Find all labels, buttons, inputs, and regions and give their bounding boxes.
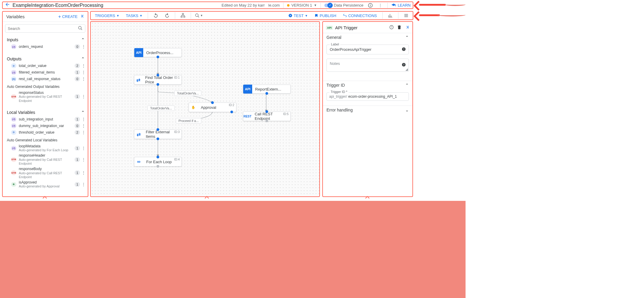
- overflow-menu-icon[interactable]: ⋮: [377, 2, 384, 9]
- analytics-icon[interactable]: [386, 13, 395, 18]
- redo-icon[interactable]: [163, 13, 171, 18]
- annotation-scribble: [437, 13, 466, 16]
- variable-row[interactable]: BisApprovedAuto-generated by Approval1⋮: [3, 180, 88, 189]
- svg-rect-4: [181, 16, 183, 17]
- svg-rect-1: [370, 5, 371, 6]
- variables-panel: Variables +CREATE Inputs⌃ {J}orders_requ…: [2, 11, 88, 197]
- api-chip-icon: API: [326, 26, 333, 30]
- chevron-up-icon: ⌃: [81, 56, 85, 61]
- variable-row[interactable]: {J}sub_integration_input1⋮: [3, 116, 88, 123]
- svg-rect-2: [370, 4, 371, 4]
- delete-icon[interactable]: [397, 25, 402, 30]
- edited-info: Edited on May 22 by karr: [222, 3, 265, 7]
- edge-label[interactable]: TotalOrderVa...: [174, 91, 201, 96]
- outputs-section-header[interactable]: Outputs⌃: [3, 54, 88, 62]
- field-help-icon[interactable]: ?: [401, 47, 406, 52]
- layout-icon[interactable]: [179, 13, 187, 18]
- collapse-panel-icon[interactable]: [81, 14, 85, 20]
- node-foreach[interactable]: ∞ For Each Loop ID:4: [134, 157, 182, 166]
- api-icon: API: [243, 85, 252, 94]
- row-overflow-icon[interactable]: ⋮: [81, 44, 86, 49]
- publish-button[interactable]: PUBLISH: [312, 13, 338, 19]
- svg-text:?: ?: [403, 48, 405, 51]
- panel-title: API Trigger: [335, 25, 387, 30]
- canvas[interactable]: API OrderProcess... ⇄ Find Total Order P…: [90, 21, 320, 197]
- auto-output-subheader: Auto Generated Output Variables: [3, 82, 88, 90]
- svg-rect-5: [184, 16, 185, 17]
- tasks-menu[interactable]: TASKS▼: [124, 13, 144, 19]
- data-persistence-toggle[interactable]: ✓ Data Persistence: [324, 3, 363, 7]
- variable-row[interactable]: Dthreshold_order_value2⋮: [3, 129, 88, 136]
- variable-row[interactable]: {J}orders_request0⋮: [3, 43, 88, 50]
- rest-icon: REST: [243, 112, 252, 121]
- variable-row[interactable]: Dtotal_order_value2⋮: [3, 62, 88, 69]
- general-section-header[interactable]: General⌃: [323, 33, 412, 42]
- datamap-icon: ⇄: [134, 130, 143, 139]
- chevron-down-icon: ⌄: [405, 108, 409, 112]
- svg-text:?: ?: [403, 63, 405, 66]
- node-filter-external[interactable]: ⇄ Filter External Items ID:3: [134, 129, 182, 139]
- node-find-total[interactable]: ⇄ Find Total Order Price ID:1: [134, 75, 182, 85]
- chevron-up-icon: ⌃: [81, 110, 85, 115]
- chevron-up-icon: ⌃: [405, 35, 409, 40]
- edge-label[interactable]: Proceed if a...: [176, 118, 201, 123]
- node-trigger-orderprocess[interactable]: API OrderProcess...: [134, 48, 182, 57]
- triggerid-section-header[interactable]: Trigger ID⌃: [323, 81, 412, 89]
- undo-icon[interactable]: [152, 13, 160, 18]
- connections-button[interactable]: CONNECTIONS: [341, 13, 379, 19]
- variable-row[interactable]: {J}filtered_external_items1⋮: [3, 69, 88, 76]
- svg-rect-3: [182, 13, 184, 15]
- datamap-icon: ⇄: [134, 75, 142, 84]
- variables-title: Variables: [6, 14, 24, 19]
- search-icon: [78, 26, 83, 31]
- notes-field[interactable]: Notes ?: [326, 59, 409, 72]
- svg-line-7: [198, 16, 199, 17]
- expand-panel-icon[interactable]: [405, 25, 409, 30]
- svg-point-10: [78, 26, 81, 29]
- version-selector[interactable]: VERSION 1 ▼: [287, 3, 317, 7]
- loop-icon: ∞: [134, 157, 143, 166]
- label-field[interactable]: Label OrderProcessApiTrigger ?: [326, 45, 409, 54]
- variable-search-input[interactable]: [5, 24, 85, 33]
- status-dot-icon: [287, 4, 289, 7]
- hand-icon: ✋: [189, 103, 198, 112]
- create-variable-button[interactable]: +CREATE: [58, 14, 78, 19]
- resize-handle-icon[interactable]: [406, 68, 408, 71]
- svg-text:?: ?: [391, 26, 392, 29]
- variable-row[interactable]: {J}dummy_sub_integration_var0⋮: [3, 123, 88, 129]
- help-icon[interactable]: ?: [389, 25, 394, 30]
- variable-row[interactable]: STRresponseBodyAuto-generated by Call RE…: [3, 166, 88, 180]
- trigger-id-field[interactable]: api_trigger/ ecom-order-processing_API_1: [326, 92, 409, 101]
- svg-point-6: [195, 14, 198, 16]
- locals-section-header[interactable]: Local Variables⌃: [3, 108, 88, 116]
- field-help-icon[interactable]: ?: [401, 62, 406, 68]
- integration-title: ExampleIntegration-EcomOrderProcessing: [13, 3, 103, 8]
- info-icon[interactable]: [367, 2, 374, 9]
- annotation-footer: [0, 201, 466, 298]
- node-trigger-reportextern[interactable]: API ReportExtern...: [243, 85, 291, 94]
- properties-panel: API API Trigger ? General⌃ Label OrderPr…: [322, 21, 413, 197]
- menu-icon[interactable]: [402, 13, 410, 18]
- annotation-scribble: [445, 3, 466, 6]
- inputs-section-header[interactable]: Inputs⌃: [3, 35, 88, 43]
- learn-button[interactable]: LEARN: [391, 3, 411, 8]
- zoom-icon[interactable]: ▼: [195, 13, 203, 18]
- top-bar: ExampleIntegration-EcomOrderProcessing E…: [2, 2, 412, 9]
- node-rest-endpoint[interactable]: REST Call REST Endpoint ID:5: [243, 111, 291, 121]
- variable-row[interactable]: STRresponseHeaderAuto-generated by Call …: [3, 153, 88, 166]
- variable-row[interactable]: [S]rest_call_response_status0⋮: [3, 76, 88, 82]
- auto-local-subheader: Auto Generated Local Variables: [3, 136, 88, 143]
- chevron-up-icon: ⌃: [405, 83, 409, 88]
- variable-row[interactable]: {J}loopMetadataAuto-generated by For Eac…: [3, 143, 88, 153]
- canvas-toolbar: TRIGGERS▼ TASKS▼ ▼ TEST▼ PUBLISH CONNECT…: [90, 11, 413, 20]
- api-icon: API: [134, 48, 143, 57]
- edge-label[interactable]: TotalOrderVa...: [147, 106, 175, 111]
- node-approval[interactable]: ✋ Approval ID:2: [189, 103, 236, 112]
- svg-line-11: [81, 29, 82, 30]
- triggers-menu[interactable]: TRIGGERS▼: [93, 13, 121, 19]
- error-handling-section-header[interactable]: Error handling⌄: [323, 106, 412, 114]
- test-button[interactable]: TEST▼: [286, 13, 309, 19]
- chevron-up-icon: ⌃: [81, 37, 85, 42]
- variable-row[interactable]: STRresponseStatusAuto-generated by Call …: [3, 90, 88, 103]
- back-button[interactable]: [2, 2, 13, 9]
